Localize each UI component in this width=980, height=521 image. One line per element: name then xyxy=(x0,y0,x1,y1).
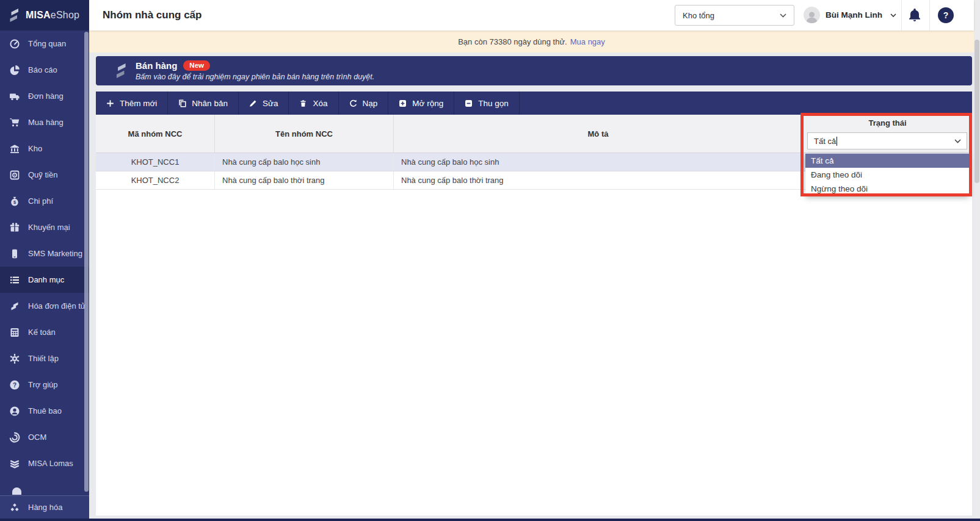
delete-button[interactable]: Xóa xyxy=(289,92,338,115)
add-new-button[interactable]: Thêm mới xyxy=(96,92,168,115)
sidebar-item-tro-giup[interactable]: ? Trợ giúp xyxy=(0,372,89,398)
header-divider xyxy=(929,0,930,31)
button-label: Nhân bản xyxy=(192,99,228,108)
buy-now-link[interactable]: Mua ngay xyxy=(570,37,605,46)
trial-banner: Bạn còn 73380 ngày dùng thử. Mua ngay xyxy=(89,31,974,52)
edit-button[interactable]: Sửa xyxy=(239,92,289,115)
header-divider xyxy=(901,0,902,31)
sidebar-item-label: Báo cáo xyxy=(28,65,57,74)
sidebar-item-hoa-don-dien-tu[interactable]: Hóa đơn điện tử xyxy=(0,293,89,319)
notification-bell-icon[interactable] xyxy=(907,8,922,23)
boxes-icon xyxy=(9,502,20,513)
status-filter-value: Tất cả xyxy=(814,137,836,146)
status-filter-select[interactable]: Tất cả xyxy=(807,132,967,149)
status-option-dang-theo-doi[interactable]: Đang theo dõi xyxy=(805,168,969,182)
expand-square-plus-icon xyxy=(399,99,407,107)
warehouse-selector-value: Kho tổng xyxy=(683,11,714,20)
sidebar-item-label: Thiết lập xyxy=(28,354,59,363)
gauge-icon xyxy=(9,38,20,49)
collapse-square-minus-icon xyxy=(465,99,473,107)
sidebar-item-label: Hóa đơn điện tử xyxy=(28,301,86,311)
reload-button[interactable]: Nạp xyxy=(339,92,389,115)
button-label: Sửa xyxy=(263,99,278,108)
spiral-icon xyxy=(9,432,20,443)
user-name[interactable]: Bùi Mạnh Linh xyxy=(826,0,882,31)
cell-code: KHOT_NCC2 xyxy=(96,171,215,189)
sidebar: MISAeShop Tổng quan Báo cáo Đơn hàng Mua… xyxy=(0,0,89,519)
misa-s-logo-icon xyxy=(113,62,129,80)
cell-name: Nhà cung cấp balo thời trang xyxy=(215,171,394,189)
sidebar-item-label: Kho xyxy=(28,144,42,153)
cell-code: KHOT_NCC1 xyxy=(96,153,215,171)
user-icon xyxy=(9,406,20,417)
help-button-label: ? xyxy=(943,10,949,20)
sidebar-item-label: Đơn hàng xyxy=(28,92,64,101)
cell-desc: Nhà cung cấp balo thời trang xyxy=(394,171,803,189)
sidebar-item-chi-phi[interactable]: $ Chi phí xyxy=(0,188,89,214)
cell-desc: Nhà cung cấp balo học sinh xyxy=(394,153,803,171)
sidebar-item-label: Danh mục xyxy=(28,275,64,284)
sidebar-item-thue-bao[interactable]: Thuê bao xyxy=(0,398,89,424)
promo-banner[interactable]: Bán hàng New Bấm vào đây để trải nghiệm … xyxy=(96,56,972,85)
promo-subtitle: Bấm vào đây để trải nghiệm ngay phiên bả… xyxy=(136,73,374,81)
button-label: Xóa xyxy=(313,99,327,108)
misa-s-logo-icon xyxy=(7,7,21,23)
sidebar-nav: Tổng quan Báo cáo Đơn hàng Mua hàng Kho … xyxy=(0,31,89,476)
text-cursor xyxy=(837,137,837,146)
promo-text-block: Bán hàng New Bấm vào đây để trải nghiệm … xyxy=(136,59,374,81)
sidebar-item-label: SMS Marketing xyxy=(28,249,82,258)
sidebar-item-label: Thuê bao xyxy=(28,406,62,415)
pie-chart-icon xyxy=(9,65,20,76)
help-circle-icon: ? xyxy=(9,379,20,390)
sidebar-item-kho[interactable]: Kho xyxy=(0,135,89,162)
cart-icon xyxy=(9,117,20,128)
page-scrollbar-thumb[interactable] xyxy=(975,40,979,183)
column-header-mo-ta[interactable]: Mô tả xyxy=(394,115,803,153)
column-header-ma-nhom-ncc[interactable]: Mã nhóm NCC xyxy=(96,115,215,153)
sidebar-item-label: OCM xyxy=(28,433,46,442)
warehouse-selector[interactable]: Kho tổng xyxy=(675,5,794,26)
window-bottom-edge xyxy=(0,519,980,521)
sidebar-item-bao-cao[interactable]: Báo cáo xyxy=(0,57,89,83)
sidebar-item-misa-lomas[interactable]: MISA Lomas xyxy=(0,450,89,476)
safe-icon xyxy=(9,170,20,181)
sidebar-item-hang-hoa[interactable]: Hàng hóa xyxy=(0,496,89,519)
chevron-down-icon[interactable] xyxy=(954,139,961,143)
user-menu-chevron-icon[interactable] xyxy=(890,13,896,17)
user-avatar[interactable] xyxy=(804,7,820,23)
expand-button[interactable]: Mở rộng xyxy=(388,92,454,115)
duplicate-button[interactable]: Nhân bản xyxy=(168,92,239,115)
money-bag-icon: $ xyxy=(9,196,20,207)
copy-icon xyxy=(178,99,186,107)
list-icon xyxy=(9,275,20,286)
sidebar-item-quy-tien[interactable]: Quỹ tiền xyxy=(0,162,89,188)
sidebar-item-label: Kế toán xyxy=(28,328,56,337)
clipped-nav-icon xyxy=(12,487,21,495)
sidebar-item-thiet-lap[interactable]: Thiết lập xyxy=(0,345,89,372)
new-badge: New xyxy=(183,60,210,71)
sidebar-scrollbar-thumb[interactable] xyxy=(84,32,89,492)
column-header-ten-nhom-ncc[interactable]: Tên nhóm NCC xyxy=(215,115,394,153)
sidebar-item-khuyen-mai[interactable]: Khuyến mại xyxy=(0,214,89,240)
sidebar-bottom-section: Hàng hóa xyxy=(0,495,89,519)
sidebar-item-don-hang[interactable]: Đơn hàng xyxy=(0,83,89,109)
sidebar-item-ocm[interactable]: OCM xyxy=(0,424,89,450)
trial-text: Bạn còn 73380 ngày dùng thử. xyxy=(458,37,567,46)
sidebar-item-ke-toan[interactable]: Kế toán xyxy=(0,319,89,345)
calculator-icon xyxy=(9,327,20,338)
sidebar-item-sms-marketing[interactable]: SMS Marketing xyxy=(0,240,89,267)
sidebar-item-tong-quan[interactable]: Tổng quan xyxy=(0,31,89,57)
app-logo[interactable]: MISAeShop xyxy=(0,0,89,31)
button-label: Nạp xyxy=(363,99,378,108)
page-scrollbar-track[interactable] xyxy=(974,0,980,519)
svg-text:?: ? xyxy=(13,381,16,388)
sidebar-item-danh-muc[interactable]: Danh mục xyxy=(0,267,89,293)
collapse-button[interactable]: Thu gọn xyxy=(454,92,520,115)
cell-name: Nhà cung cấp balo học sinh xyxy=(215,153,394,171)
sidebar-item-label: MISA Lomas xyxy=(28,459,73,468)
trash-icon xyxy=(299,99,307,107)
status-option-ngung-theo-doi[interactable]: Ngừng theo dõi xyxy=(805,182,969,196)
sidebar-item-mua-hang[interactable]: Mua hàng xyxy=(0,109,89,135)
help-button[interactable]: ? xyxy=(938,7,954,23)
status-option-tat-ca[interactable]: Tất cả xyxy=(805,154,969,168)
